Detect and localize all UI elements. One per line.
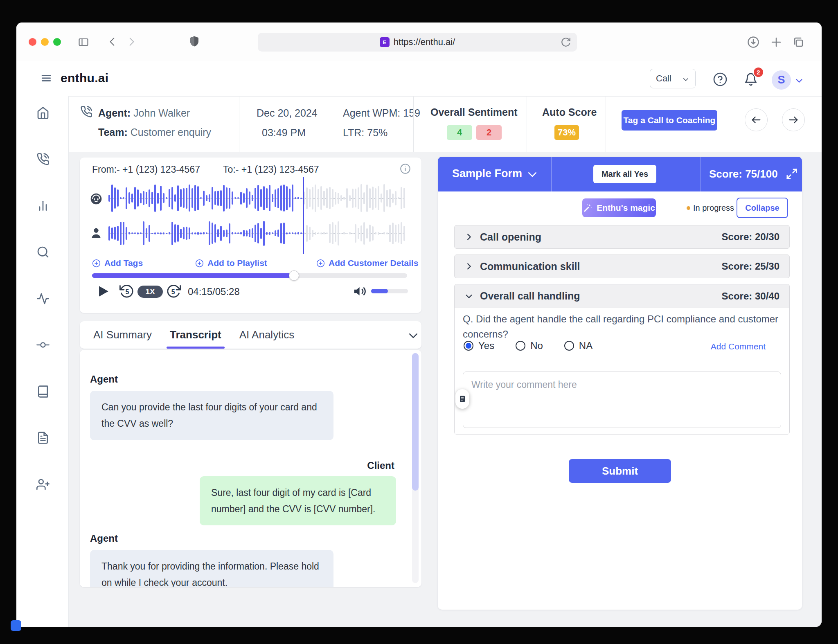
integrations-icon[interactable]	[36, 338, 50, 351]
account-chevron-icon[interactable]	[795, 76, 804, 85]
collapse-button[interactable]: Collapse	[737, 198, 788, 218]
forward-icon[interactable]	[126, 36, 137, 47]
add-user-icon[interactable]	[36, 478, 50, 491]
info-icon[interactable]	[400, 163, 411, 174]
tag-call-to-coaching-button[interactable]: Tag a Call to Coaching	[622, 110, 717, 131]
section-call-opening[interactable]: Call opening Score: 20/30	[454, 225, 790, 249]
section-score: Score: 30/40	[722, 290, 779, 302]
previous-call-button[interactable]	[745, 108, 768, 131]
seek-bar-thumb[interactable]	[289, 270, 299, 281]
transcript-message: Thank you for providing the information.…	[90, 550, 333, 587]
add-tags-link[interactable]: Add Tags	[92, 258, 143, 268]
note-icon	[459, 395, 466, 403]
form-selector-chevron-icon[interactable]	[526, 168, 538, 180]
add-comment-link[interactable]: Add Comment	[711, 342, 766, 351]
transcript-scrollbar-thumb[interactable]	[412, 353, 419, 491]
help-icon[interactable]	[713, 72, 728, 87]
submit-button[interactable]: Submit	[569, 459, 671, 483]
forward-5-button[interactable]: 5	[166, 284, 181, 299]
app-logo[interactable]: enthu.ai	[61, 71, 108, 85]
tabs-collapse-chevron-icon[interactable]	[407, 329, 419, 342]
zoom-window-button[interactable]	[53, 38, 61, 46]
section-overall-call-handling: Overall call handling Score: 30/40 Q. Di…	[454, 284, 790, 435]
radio-no-label: No	[530, 340, 543, 351]
close-window-button[interactable]	[29, 38, 36, 46]
mark-all-yes-button[interactable]: Mark all Yes	[593, 165, 656, 183]
volume-icon[interactable]	[353, 284, 367, 298]
volume-slider[interactable]	[371, 289, 408, 293]
privacy-shield-icon[interactable]	[188, 35, 200, 47]
tab-ai-analytics[interactable]: AI Analytics	[239, 321, 294, 349]
enthus-magic-button[interactable]: Enthu's magic	[582, 198, 656, 217]
section-overall-call-handling-header[interactable]: Overall call handling Score: 30/40	[455, 284, 789, 308]
sentiment-negative-badge: 2	[476, 125, 502, 140]
form-selector[interactable]: Sample Form	[452, 167, 522, 180]
seek-bar[interactable]	[92, 273, 407, 278]
sidebar-toggle-icon[interactable]	[78, 36, 89, 48]
question-text: Q. Did the agent handle the call regardi…	[463, 311, 786, 342]
analytics-icon[interactable]	[36, 199, 50, 212]
scorecard-panel: Sample Form Mark all Yes Score: 75/100 E…	[438, 157, 802, 610]
team-row: Team: Customer enquiry	[98, 126, 211, 138]
refresh-icon[interactable]	[561, 37, 571, 47]
playback-speed-button[interactable]: 1X	[137, 286, 163, 298]
notification-count-badge: 2	[753, 67, 764, 78]
add-to-playlist-link[interactable]: Add to Playlist	[195, 258, 267, 268]
add-customer-details-link[interactable]: Add Customer Details	[316, 258, 418, 268]
status-dot	[687, 206, 690, 210]
radio-no-circle[interactable]	[516, 341, 525, 351]
transcript-tabs-bar: AI Summary Transcript AI Analytics	[80, 321, 421, 349]
tab-ai-summary[interactable]: AI Summary	[93, 321, 152, 349]
note-handle[interactable]	[455, 389, 469, 409]
expand-panel-icon[interactable]	[786, 168, 798, 180]
call-date: Dec 20, 2024	[257, 107, 318, 119]
back-icon[interactable]	[107, 36, 118, 47]
section-communication-skill[interactable]: Communication skill Score: 25/30	[454, 254, 790, 278]
auto-score-label: Auto Score	[542, 106, 597, 118]
sentiment-label: Overall Sentiment	[430, 106, 518, 118]
search-icon[interactable]	[36, 245, 50, 259]
speaker-label: Agent	[90, 374, 396, 385]
section-score: Score: 20/30	[722, 231, 779, 243]
radio-yes-circle[interactable]	[464, 341, 473, 351]
rewind-5-button[interactable]: 5	[119, 284, 135, 299]
radio-no[interactable]: No	[516, 340, 543, 351]
downloads-icon[interactable]	[747, 36, 759, 48]
browser-window: E https://enthu.ai/ enthu.ai Call	[16, 23, 822, 627]
user-avatar[interactable]: S	[772, 70, 791, 90]
team-name: Customer enquiry	[131, 126, 211, 138]
play-button[interactable]	[96, 284, 110, 299]
desktop-accent-dot	[11, 620, 21, 631]
comment-input[interactable]	[463, 372, 781, 428]
radio-yes-label: Yes	[478, 340, 494, 351]
transcript-scrollbar[interactable]	[412, 353, 419, 583]
minimize-window-button[interactable]	[41, 38, 49, 46]
team-label: Team:	[98, 126, 128, 138]
magic-wand-icon	[583, 203, 593, 213]
address-bar[interactable]: E https://enthu.ai/	[258, 33, 577, 52]
home-icon[interactable]	[36, 106, 50, 119]
playhead-cursor[interactable]	[303, 177, 304, 254]
menu-icon[interactable]	[40, 73, 52, 83]
reports-icon[interactable]	[36, 431, 50, 444]
calls-icon[interactable]	[36, 153, 50, 166]
radio-na-circle[interactable]	[564, 341, 574, 351]
tab-overview-icon[interactable]	[792, 36, 804, 48]
activity-icon[interactable]	[36, 292, 50, 305]
browser-toolbar: E https://enthu.ai/	[16, 23, 822, 61]
svg-text:5: 5	[171, 288, 175, 295]
next-call-button[interactable]	[782, 108, 805, 131]
section-label: Communication skill	[480, 261, 580, 272]
library-icon[interactable]	[36, 385, 50, 398]
waveform-area[interactable]	[108, 180, 405, 251]
agent-label: Agent:	[98, 107, 131, 119]
new-tab-icon[interactable]	[770, 36, 782, 48]
tab-transcript[interactable]: Transcript	[170, 321, 221, 349]
client-waveform	[108, 216, 405, 251]
radio-yes[interactable]: Yes	[464, 340, 494, 351]
radio-na[interactable]: NA	[564, 340, 592, 351]
seek-bar-fill	[92, 273, 294, 278]
call-type-dropdown[interactable]: Call	[650, 69, 696, 88]
call-to-number: To:- +1 (123) 123-4567	[223, 164, 319, 175]
form-status: In progress	[687, 203, 734, 213]
